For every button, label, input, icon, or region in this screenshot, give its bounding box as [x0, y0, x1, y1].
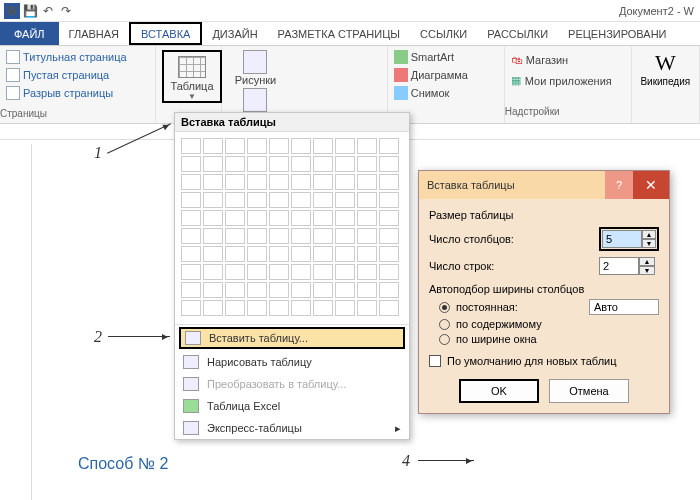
help-icon[interactable]: ? — [605, 171, 633, 199]
method-label: Способ № 2 — [78, 455, 168, 473]
store-button[interactable]: 🛍Магазин — [511, 54, 625, 66]
tab-mailings[interactable]: РАССЫЛКИ — [477, 22, 558, 45]
screenshot-button[interactable]: Снимок — [394, 86, 498, 100]
group-pages: Титульная страница Пустая страница Разры… — [0, 46, 156, 123]
table-dropdown: Вставка таблицы Вставить таблицу... Нари… — [174, 112, 410, 440]
insert-table-dialog: Вставка таблицы ? ✕ Размер таблицы Число… — [418, 170, 670, 414]
tab-insert[interactable]: ВСТАВКА — [129, 22, 202, 45]
spin-up-icon[interactable]: ▲ — [642, 230, 656, 239]
my-apps-button[interactable]: ▦Мои приложения — [511, 74, 625, 87]
fixed-width-combo[interactable]: Авто — [589, 299, 659, 315]
blank-page-button[interactable]: Пустая страница — [6, 68, 149, 82]
save-icon[interactable]: 💾 — [22, 3, 38, 19]
table-grid-icon — [178, 56, 206, 78]
document-title: Документ2 - W — [619, 5, 694, 17]
redo-icon[interactable]: ↷ — [58, 3, 74, 19]
autofit-fixed-radio[interactable]: постоянная:Авто — [439, 299, 659, 315]
group-store: 🛍Магазин ▦Мои приложения Надстройки — [505, 46, 632, 123]
cancel-button[interactable]: Отмена — [549, 379, 629, 403]
ribbon-tabs: ФАЙЛ ГЛАВНАЯ ВСТАВКА ДИЗАЙН РАЗМЕТКА СТР… — [0, 22, 700, 46]
spin-down-icon[interactable]: ▼ — [642, 239, 656, 248]
chart-button[interactable]: Диаграмма — [394, 68, 498, 82]
smartart-button[interactable]: SmartArt — [394, 50, 498, 64]
ok-button[interactable]: OK — [459, 379, 539, 403]
insert-table-grid[interactable] — [181, 138, 403, 316]
tab-references[interactable]: ССЫЛКИ — [410, 22, 477, 45]
tab-design[interactable]: ДИЗАЙН — [202, 22, 267, 45]
page-break-button[interactable]: Разрыв страницы — [6, 86, 149, 100]
tab-layout[interactable]: РАЗМЕТКА СТРАНИЦЫ — [268, 22, 410, 45]
quick-tables-menuitem[interactable]: Экспресс-таблицы▸ — [175, 417, 409, 439]
columns-spinner[interactable]: ▲▼ — [599, 227, 659, 251]
tab-review[interactable]: РЕЦЕНЗИРОВАНИ — [558, 22, 676, 45]
rows-spinner[interactable]: ▲▼ — [599, 257, 659, 275]
callout-1: 1 — [94, 144, 102, 162]
vertical-ruler — [16, 144, 32, 500]
table-button[interactable]: Таблица ▼ — [162, 50, 222, 103]
chevron-down-icon: ▼ — [188, 92, 196, 101]
rows-input[interactable] — [599, 257, 639, 275]
wikipedia-icon[interactable]: W — [655, 50, 676, 76]
insert-table-menuitem[interactable]: Вставить таблицу... — [179, 327, 405, 349]
draw-table-menuitem[interactable]: Нарисовать таблицу — [175, 351, 409, 373]
columns-label: Число столбцов: — [429, 233, 593, 245]
dialog-title: Вставка таблицы — [427, 179, 515, 191]
excel-table-menuitem[interactable]: Таблица Excel — [175, 395, 409, 417]
close-icon[interactable]: ✕ — [633, 171, 669, 199]
autofit-contents-radio[interactable]: по содержимому — [439, 318, 659, 330]
dropdown-header: Вставка таблицы — [175, 113, 409, 132]
callout-2: 2 — [94, 328, 102, 346]
pictures-button[interactable]: Рисунки — [228, 50, 283, 86]
autofit-window-radio[interactable]: по ширине окна — [439, 333, 659, 345]
tab-file[interactable]: ФАЙЛ — [0, 22, 59, 45]
undo-icon[interactable]: ↶ — [40, 3, 56, 19]
group-wikipedia: W Википедия — [632, 46, 700, 123]
rows-label: Число строк: — [429, 260, 593, 272]
convert-text-menuitem: Преобразовать в таблицу... — [175, 373, 409, 395]
callout-4: 4 — [402, 452, 410, 470]
title-page-button[interactable]: Титульная страница — [6, 50, 149, 64]
tab-home[interactable]: ГЛАВНАЯ — [59, 22, 129, 45]
word-icon: W — [4, 3, 20, 19]
remember-checkbox[interactable]: По умолчанию для новых таблиц — [429, 355, 659, 367]
columns-input[interactable] — [602, 230, 642, 248]
